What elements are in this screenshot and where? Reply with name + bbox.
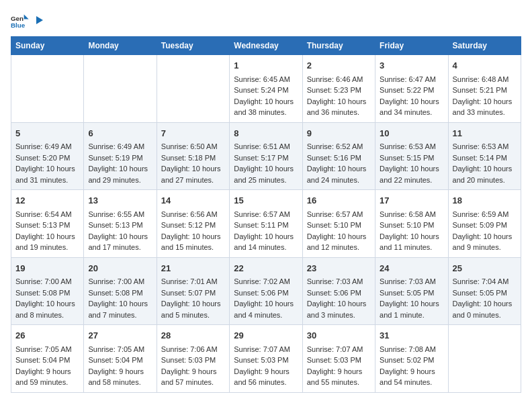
logo: Gen Blue xyxy=(11,11,44,30)
day-cell: 19Sunrise: 7:00 AM Sunset: 5:08 PM Dayli… xyxy=(11,257,84,325)
day-cell: 22Sunrise: 7:02 AM Sunset: 5:06 PM Dayli… xyxy=(230,257,302,325)
day-number: 6 xyxy=(88,127,152,140)
day-number: 26 xyxy=(15,329,79,342)
day-cell: 3Sunrise: 6:47 AM Sunset: 5:22 PM Daylig… xyxy=(375,55,448,123)
logo-arrow-icon xyxy=(34,15,44,26)
day-number: 25 xyxy=(453,262,517,275)
day-cell: 27Sunrise: 7:05 AM Sunset: 5:04 PM Dayli… xyxy=(84,325,157,393)
day-number: 1 xyxy=(234,59,298,73)
day-number: 10 xyxy=(380,127,443,140)
day-info: Sunrise: 6:49 AM Sunset: 5:20 PM Dayligh… xyxy=(15,141,79,185)
day-cell: 26Sunrise: 7:05 AM Sunset: 5:04 PM Dayli… xyxy=(11,325,84,393)
day-number: 12 xyxy=(15,194,79,208)
day-number: 11 xyxy=(453,127,517,140)
day-cell: 11Sunrise: 6:53 AM Sunset: 5:14 PM Dayli… xyxy=(448,122,521,190)
day-info: Sunrise: 6:56 AM Sunset: 5:12 PM Dayligh… xyxy=(161,209,225,253)
week-row-3: 12Sunrise: 6:54 AM Sunset: 5:13 PM Dayli… xyxy=(11,190,521,258)
day-info: Sunrise: 6:52 AM Sunset: 5:16 PM Dayligh… xyxy=(307,141,371,185)
day-cell: 21Sunrise: 7:01 AM Sunset: 5:07 PM Dayli… xyxy=(157,257,229,325)
page-header: Gen Blue xyxy=(11,11,521,30)
header-cell-monday: Monday xyxy=(84,37,157,55)
day-number: 2 xyxy=(307,59,371,73)
day-info: Sunrise: 6:54 AM Sunset: 5:13 PM Dayligh… xyxy=(15,209,79,253)
header-cell-thursday: Thursday xyxy=(302,37,375,55)
day-info: Sunrise: 7:00 AM Sunset: 5:08 PM Dayligh… xyxy=(88,276,152,320)
day-cell xyxy=(448,325,521,393)
day-info: Sunrise: 6:59 AM Sunset: 5:09 PM Dayligh… xyxy=(453,209,517,253)
day-cell: 29Sunrise: 7:07 AM Sunset: 5:03 PM Dayli… xyxy=(230,325,302,393)
day-info: Sunrise: 7:05 AM Sunset: 5:04 PM Dayligh… xyxy=(88,344,152,388)
svg-marker-3 xyxy=(36,16,43,24)
day-number: 27 xyxy=(88,329,152,342)
week-row-4: 19Sunrise: 7:00 AM Sunset: 5:08 PM Dayli… xyxy=(11,257,521,325)
day-info: Sunrise: 7:07 AM Sunset: 5:03 PM Dayligh… xyxy=(307,344,371,388)
day-number: 4 xyxy=(453,59,517,73)
logo-text xyxy=(32,13,44,27)
day-info: Sunrise: 7:07 AM Sunset: 5:03 PM Dayligh… xyxy=(234,344,298,388)
header-cell-wednesday: Wednesday xyxy=(230,37,302,55)
day-cell: 14Sunrise: 6:56 AM Sunset: 5:12 PM Dayli… xyxy=(157,190,229,258)
day-number: 20 xyxy=(88,262,152,275)
day-number: 8 xyxy=(234,127,298,140)
day-cell: 7Sunrise: 6:50 AM Sunset: 5:18 PM Daylig… xyxy=(157,122,229,190)
svg-text:Blue: Blue xyxy=(11,21,26,29)
day-info: Sunrise: 6:47 AM Sunset: 5:22 PM Dayligh… xyxy=(380,74,443,118)
day-number: 24 xyxy=(380,262,443,275)
day-number: 14 xyxy=(161,194,225,208)
day-number: 18 xyxy=(453,194,517,208)
day-info: Sunrise: 6:57 AM Sunset: 5:10 PM Dayligh… xyxy=(307,209,371,253)
day-cell: 10Sunrise: 6:53 AM Sunset: 5:15 PM Dayli… xyxy=(375,122,448,190)
day-cell: 15Sunrise: 6:57 AM Sunset: 5:11 PM Dayli… xyxy=(230,190,302,258)
day-info: Sunrise: 7:05 AM Sunset: 5:04 PM Dayligh… xyxy=(15,344,79,388)
day-info: Sunrise: 7:08 AM Sunset: 5:02 PM Dayligh… xyxy=(380,344,443,388)
day-info: Sunrise: 7:02 AM Sunset: 5:06 PM Dayligh… xyxy=(234,276,298,320)
day-cell: 9Sunrise: 6:52 AM Sunset: 5:16 PM Daylig… xyxy=(302,122,375,190)
day-number: 22 xyxy=(234,262,298,275)
day-cell: 17Sunrise: 6:58 AM Sunset: 5:10 PM Dayli… xyxy=(375,190,448,258)
day-number: 30 xyxy=(307,329,371,342)
day-info: Sunrise: 7:03 AM Sunset: 5:06 PM Dayligh… xyxy=(307,276,371,320)
day-cell: 30Sunrise: 7:07 AM Sunset: 5:03 PM Dayli… xyxy=(302,325,375,393)
day-info: Sunrise: 7:03 AM Sunset: 5:05 PM Dayligh… xyxy=(380,276,443,320)
week-row-1: 1Sunrise: 6:45 AM Sunset: 5:24 PM Daylig… xyxy=(11,55,521,123)
day-number: 21 xyxy=(161,262,225,275)
day-cell: 1Sunrise: 6:45 AM Sunset: 5:24 PM Daylig… xyxy=(230,55,302,123)
week-row-5: 26Sunrise: 7:05 AM Sunset: 5:04 PM Dayli… xyxy=(11,325,521,393)
day-cell: 4Sunrise: 6:48 AM Sunset: 5:21 PM Daylig… xyxy=(448,55,521,123)
day-info: Sunrise: 6:46 AM Sunset: 5:23 PM Dayligh… xyxy=(307,74,371,118)
day-cell: 16Sunrise: 6:57 AM Sunset: 5:10 PM Dayli… xyxy=(302,190,375,258)
day-number: 28 xyxy=(161,329,225,342)
day-number: 19 xyxy=(15,262,79,275)
day-info: Sunrise: 6:45 AM Sunset: 5:24 PM Dayligh… xyxy=(234,74,298,118)
day-info: Sunrise: 6:53 AM Sunset: 5:15 PM Dayligh… xyxy=(380,141,443,185)
calendar-table: SundayMondayTuesdayWednesdayThursdayFrid… xyxy=(11,36,521,393)
day-cell: 12Sunrise: 6:54 AM Sunset: 5:13 PM Dayli… xyxy=(11,190,84,258)
day-info: Sunrise: 6:58 AM Sunset: 5:10 PM Dayligh… xyxy=(380,209,443,253)
day-number: 13 xyxy=(88,194,152,208)
day-info: Sunrise: 7:01 AM Sunset: 5:07 PM Dayligh… xyxy=(161,276,225,320)
day-info: Sunrise: 7:06 AM Sunset: 5:03 PM Dayligh… xyxy=(161,344,225,388)
day-cell xyxy=(11,55,84,123)
day-number: 7 xyxy=(161,127,225,140)
day-cell: 2Sunrise: 6:46 AM Sunset: 5:23 PM Daylig… xyxy=(302,55,375,123)
day-info: Sunrise: 6:57 AM Sunset: 5:11 PM Dayligh… xyxy=(234,209,298,253)
day-number: 3 xyxy=(380,59,443,73)
day-cell: 6Sunrise: 6:49 AM Sunset: 5:19 PM Daylig… xyxy=(84,122,157,190)
day-info: Sunrise: 7:04 AM Sunset: 5:05 PM Dayligh… xyxy=(453,276,517,320)
calendar-header: SundayMondayTuesdayWednesdayThursdayFrid… xyxy=(11,37,521,55)
day-cell: 5Sunrise: 6:49 AM Sunset: 5:20 PM Daylig… xyxy=(11,122,84,190)
day-number: 16 xyxy=(307,194,371,208)
day-number: 5 xyxy=(15,127,79,140)
week-row-2: 5Sunrise: 6:49 AM Sunset: 5:20 PM Daylig… xyxy=(11,122,521,190)
day-number: 9 xyxy=(307,127,371,140)
page-container: Gen Blue SundayMondayTuesdayWednesdayThu… xyxy=(0,0,532,401)
day-number: 31 xyxy=(380,329,443,342)
day-cell: 20Sunrise: 7:00 AM Sunset: 5:08 PM Dayli… xyxy=(84,257,157,325)
day-cell: 23Sunrise: 7:03 AM Sunset: 5:06 PM Dayli… xyxy=(302,257,375,325)
header-cell-sunday: Sunday xyxy=(11,37,84,55)
day-info: Sunrise: 7:00 AM Sunset: 5:08 PM Dayligh… xyxy=(15,276,79,320)
day-info: Sunrise: 6:53 AM Sunset: 5:14 PM Dayligh… xyxy=(453,141,517,185)
day-cell: 13Sunrise: 6:55 AM Sunset: 5:13 PM Dayli… xyxy=(84,190,157,258)
day-cell xyxy=(157,55,229,123)
day-number: 23 xyxy=(307,262,371,275)
